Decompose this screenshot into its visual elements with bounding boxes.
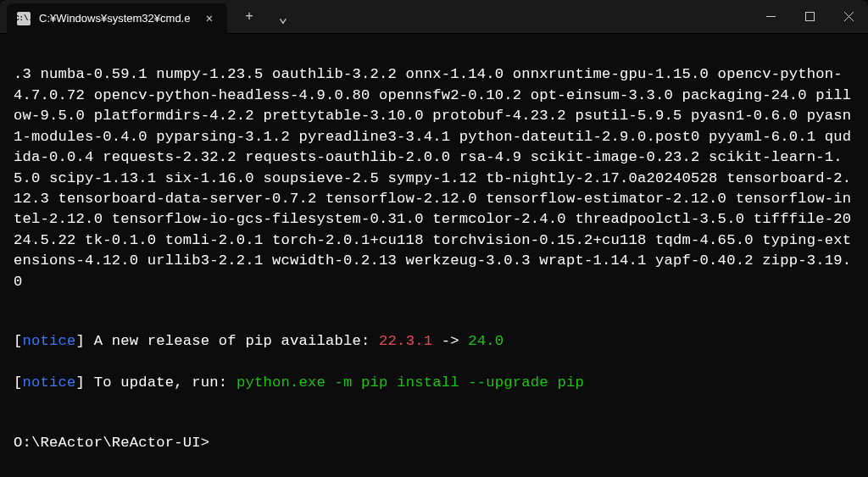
notice-tag: notice xyxy=(23,374,76,391)
svg-rect-1 xyxy=(805,13,814,21)
titlebar: C:\. C:¥Windows¥system32¥cmd.e ✕ + ⌄ xyxy=(0,0,868,34)
bracket-close: ] xyxy=(76,374,86,391)
command-prompt[interactable]: O:\ReActor\ReActor-UI> xyxy=(14,433,854,453)
notice-msg: To update, run: xyxy=(85,374,236,391)
bracket-open: [ xyxy=(14,374,23,391)
pip-notice-line-1: [notice] A new release of pip available:… xyxy=(14,331,854,352)
new-tab-button[interactable]: + xyxy=(234,2,264,32)
tab-dropdown-button[interactable]: ⌄ xyxy=(268,2,298,32)
new-version: 24.0 xyxy=(468,333,504,349)
maximize-button[interactable] xyxy=(790,0,829,33)
cmd-icon: C:\. xyxy=(17,12,31,25)
tab-title: C:¥Windows¥system32¥cmd.e xyxy=(39,12,193,25)
bracket-open: [ xyxy=(14,333,23,349)
notice-tag: notice xyxy=(23,333,76,349)
pip-notice-line-2: [notice] To update, run: python.exe -m p… xyxy=(14,373,854,393)
arrow: -> xyxy=(432,333,468,349)
upgrade-command: python.exe -m pip install --upgrade pip xyxy=(236,374,584,391)
minimize-icon xyxy=(766,12,776,21)
tab-actions: + ⌄ xyxy=(234,2,298,32)
pip-packages-output: .3 numba-0.59.1 numpy-1.23.5 oauthlib-3.… xyxy=(14,64,854,292)
old-version: 22.3.1 xyxy=(379,333,432,349)
close-icon xyxy=(844,12,854,21)
minimize-button[interactable] xyxy=(751,0,790,33)
close-window-button[interactable] xyxy=(829,0,868,33)
terminal-tab[interactable]: C:\. C:¥Windows¥system32¥cmd.e ✕ xyxy=(7,3,227,34)
tab-close-button[interactable]: ✕ xyxy=(202,11,217,26)
maximize-icon xyxy=(805,12,815,21)
window-controls xyxy=(751,0,868,33)
terminal-output[interactable]: .3 numba-0.59.1 numpy-1.23.5 oauthlib-3.… xyxy=(0,34,868,477)
notice-msg: A new release of pip available: xyxy=(85,333,379,349)
bracket-close: ] xyxy=(76,333,86,349)
